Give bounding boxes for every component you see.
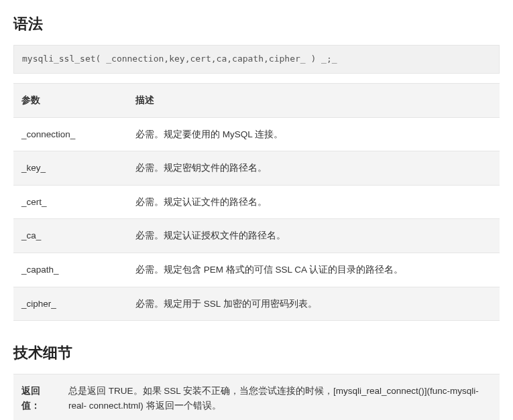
syntax-code-block: mysqli_ssl_set( _connection,key,cert,ca,… [13,45,500,74]
param-desc: 必需。规定认证文件的路径名。 [127,185,500,219]
param-name: _cipher_ [13,287,127,321]
param-desc: 必需。规定包含 PEM 格式的可信 SSL CA 认证的目录的路径名。 [127,253,500,287]
parameters-table: 参数 描述 _connection_ 必需。规定要使用的 MySQL 连接。 _… [13,83,500,321]
param-desc: 必需。规定认证授权文件的路径名。 [127,219,500,253]
param-desc: 必需。规定密钥文件的路径名。 [127,151,500,186]
header-desc: 描述 [127,83,500,117]
param-name: _ca_ [13,219,127,253]
header-param: 参数 [13,83,127,117]
detail-value: 总是返回 TRUE。如果 SSL 安装不正确，当您尝试连接的时候，[mysqli… [60,374,500,420]
syntax-heading: 语法 [13,12,500,36]
table-row: _ca_ 必需。规定认证授权文件的路径名。 [13,219,500,253]
param-name: _cert_ [13,185,127,219]
table-row: _capath_ 必需。规定包含 PEM 格式的可信 SSL CA 认证的目录的… [13,253,500,287]
table-row: 返回值： 总是返回 TRUE。如果 SSL 安装不正确，当您尝试连接的时候，[m… [13,374,500,420]
table-row: _cert_ 必需。规定认证文件的路径名。 [13,185,500,219]
param-name: _connection_ [13,117,127,151]
param-name: _capath_ [13,253,127,287]
param-desc: 必需。规定要使用的 MySQL 连接。 [127,117,500,151]
detail-label: 返回值： [13,374,60,420]
details-heading: 技术细节 [13,341,500,364]
table-row: _key_ 必需。规定密钥文件的路径名。 [13,151,500,186]
param-name: _key_ [13,151,127,186]
table-row: _cipher_ 必需。规定用于 SSL 加密的可用密码列表。 [13,287,500,321]
table-header-row: 参数 描述 [13,83,500,117]
table-row: _connection_ 必需。规定要使用的 MySQL 连接。 [13,117,500,151]
param-desc: 必需。规定用于 SSL 加密的可用密码列表。 [127,287,500,321]
technical-details-table: 返回值： 总是返回 TRUE。如果 SSL 安装不正确，当您尝试连接的时候，[m… [13,374,500,420]
